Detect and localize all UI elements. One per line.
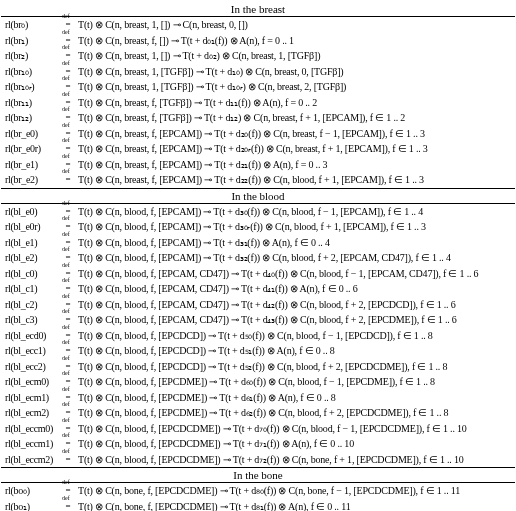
rule-expression: T(t) ⊗ C(n, breast, 1, []) ⊸ C(n, breast… xyxy=(78,18,248,32)
rule-row: rl(br₁₁)=T(t) ⊗ C(n, breast, f, [TGFβ]) … xyxy=(1,95,515,111)
rule-row: rl(bo₁)=T(t) ⊗ C(n, bone, f, [EPCDCDME])… xyxy=(1,499,515,512)
rule-label: rl(br_e2) xyxy=(5,173,61,187)
rule-body: =T(t) ⊗ C(n, blood, f, [EPCDME]) ⊸ T(t +… xyxy=(61,375,515,389)
rule-label: rl(bl_ecc1) xyxy=(5,344,61,358)
rule-body: =T(t) ⊗ C(n, blood, f, [EPCAM, CD47]) ⊸ … xyxy=(61,313,515,327)
rule-label: rl(br_e0r) xyxy=(5,142,61,156)
rule-body: =T(t) ⊗ C(n, breast, f, [TGFβ]) ⊸ T(t + … xyxy=(61,111,515,125)
rule-expression: T(t) ⊗ C(n, bone, f, [EPCDCDME]) ⊸ T(t +… xyxy=(78,500,350,512)
rule-label: rl(br_e1) xyxy=(5,158,61,172)
rule-row: rl(bl_e0r)=T(t) ⊗ C(n, blood, f, [EPCAM]… xyxy=(1,219,515,235)
rule-body: =T(t) ⊗ C(n, blood, f, [EPCAM, CD47]) ⊸ … xyxy=(61,267,515,281)
rule-body: =T(t) ⊗ C(n, blood, f, [EPCAM, CD47]) ⊸ … xyxy=(61,282,515,296)
rule-expression: T(t) ⊗ C(n, blood, f, [EPCAM, CD47]) ⊸ T… xyxy=(78,298,456,312)
rule-label: rl(bl_eccm2) xyxy=(5,453,61,467)
rule-expression: T(t) ⊗ C(n, blood, f, [EPCAM]) ⊸ T(t + d… xyxy=(78,220,426,234)
rule-expression: T(t) ⊗ C(n, breast, 1, [TGFβ]) ⊸ T(t + d… xyxy=(78,80,346,94)
rule-label: rl(br₁) xyxy=(5,34,61,48)
rule-expression: T(t) ⊗ C(n, breast, f, [EPCAM]) ⊸ T(t + … xyxy=(78,158,327,172)
rule-row: rl(bl_ecm2)=T(t) ⊗ C(n, blood, f, [EPCDM… xyxy=(1,405,515,421)
rule-expression: T(t) ⊗ C(n, breast, f, [TGFβ]) ⊸ T(t + d… xyxy=(78,96,317,110)
rule-expression: T(t) ⊗ C(n, blood, f, [EPCDCDME]) ⊸ T(t … xyxy=(78,453,463,467)
rules-table: In the breastrl(br₀)=T(t) ⊗ C(n, breast,… xyxy=(1,2,515,511)
rule-row: rl(bl_eccm1)=T(t) ⊗ C(n, blood, f, [EPCD… xyxy=(1,436,515,452)
rule-expression: T(t) ⊗ C(n, blood, f, [EPCDCD]) ⊸ T(t + … xyxy=(78,329,433,343)
def-eq-symbol: = xyxy=(61,500,75,512)
rule-label: rl(br₁₀) xyxy=(5,65,61,79)
rule-row: rl(bl_c3)=T(t) ⊗ C(n, blood, f, [EPCAM, … xyxy=(1,312,515,328)
rule-label: rl(bl_c2) xyxy=(5,298,61,312)
rule-body: =T(t) ⊗ C(n, blood, f, [EPCDCDME]) ⊸ T(t… xyxy=(61,437,515,451)
rule-body: =T(t) ⊗ C(n, breast, 1, []) ⊸ T(t + d₀₂)… xyxy=(61,49,515,63)
rule-row: rl(bl_eccm2)=T(t) ⊗ C(n, blood, f, [EPCD… xyxy=(1,452,515,468)
def-eq-symbol: = xyxy=(61,453,75,465)
rule-row: rl(bl_ecm1)=T(t) ⊗ C(n, blood, f, [EPCDM… xyxy=(1,390,515,406)
rule-row: rl(bl_ecc1)=T(t) ⊗ C(n, blood, f, [EPCDC… xyxy=(1,343,515,359)
rule-body: =T(t) ⊗ C(n, bone, f, [EPCDCDME]) ⊸ T(t … xyxy=(61,484,515,498)
rule-label: rl(bl_ecc2) xyxy=(5,360,61,374)
rule-row: rl(bl_ecd0)=T(t) ⊗ C(n, blood, f, [EPCDC… xyxy=(1,328,515,344)
rule-label: rl(bl_e2) xyxy=(5,251,61,265)
rule-body: =T(t) ⊗ C(n, blood, f, [EPCDME]) ⊸ T(t +… xyxy=(61,406,515,420)
rule-expression: T(t) ⊗ C(n, blood, f, [EPCAM]) ⊸ T(t + d… xyxy=(78,251,451,265)
rule-label: rl(bl_ecm0) xyxy=(5,375,61,389)
rule-body: =T(t) ⊗ C(n, blood, f, [EPCDCDME]) ⊸ T(t… xyxy=(61,422,515,436)
rule-body: =T(t) ⊗ C(n, bone, f, [EPCDCDME]) ⊸ T(t … xyxy=(61,500,515,512)
rule-row: rl(br_e1)=T(t) ⊗ C(n, breast, f, [EPCAM]… xyxy=(1,157,515,173)
rule-body: =T(t) ⊗ C(n, blood, f, [EPCAM]) ⊸ T(t + … xyxy=(61,205,515,219)
rule-row: rl(br₁)=T(t) ⊗ C(n, breast, f, []) ⊸ T(t… xyxy=(1,33,515,49)
rule-row: rl(br_e0r)=T(t) ⊗ C(n, breast, f, [EPCAM… xyxy=(1,141,515,157)
rule-label: rl(bo₁) xyxy=(5,500,61,512)
rule-label: rl(br₁₂) xyxy=(5,111,61,125)
rule-expression: T(t) ⊗ C(n, breast, 1, []) ⊸ T(t + d₀₂) … xyxy=(78,49,320,63)
rule-expression: T(t) ⊗ C(n, blood, f, [EPCDCD]) ⊸ T(t + … xyxy=(78,360,447,374)
rule-body: =T(t) ⊗ C(n, blood, f, [EPCAM]) ⊸ T(t + … xyxy=(61,220,515,234)
rule-expression: T(t) ⊗ C(n, blood, f, [EPCAM]) ⊸ T(t + d… xyxy=(78,205,423,219)
rule-label: rl(bl_ecm1) xyxy=(5,391,61,405)
rule-label: rl(bl_ecd0) xyxy=(5,329,61,343)
rule-expression: T(t) ⊗ C(n, breast, f, [EPCAM]) ⊸ T(t + … xyxy=(78,173,424,187)
rule-row: rl(br₀)=T(t) ⊗ C(n, breast, 1, []) ⊸ C(n… xyxy=(1,17,515,33)
rule-row: rl(br₁₀)=T(t) ⊗ C(n, breast, 1, [TGFβ]) … xyxy=(1,64,515,80)
rule-label: rl(br₀) xyxy=(5,18,61,32)
rule-expression: T(t) ⊗ C(n, blood, f, [EPCDCDME]) ⊸ T(t … xyxy=(78,437,354,451)
rule-label: rl(bo₀) xyxy=(5,484,61,498)
rule-label: rl(br_e0) xyxy=(5,127,61,141)
rule-label: rl(bl_e0) xyxy=(5,205,61,219)
rule-label: rl(bl_ecm2) xyxy=(5,406,61,420)
rule-row: rl(bl_ecc2)=T(t) ⊗ C(n, blood, f, [EPCDC… xyxy=(1,359,515,375)
rule-body: =T(t) ⊗ C(n, breast, f, [EPCAM]) ⊸ T(t +… xyxy=(61,142,515,156)
rule-expression: T(t) ⊗ C(n, breast, f, []) ⊸ T(t + d₀₁(f… xyxy=(78,34,294,48)
rule-expression: T(t) ⊗ C(n, blood, f, [EPCAM, CD47]) ⊸ T… xyxy=(78,267,478,281)
rule-row: rl(bl_c2)=T(t) ⊗ C(n, blood, f, [EPCAM, … xyxy=(1,297,515,313)
rule-expression: T(t) ⊗ C(n, blood, f, [EPCAM, CD47]) ⊸ T… xyxy=(78,282,357,296)
rule-body: =T(t) ⊗ C(n, blood, f, [EPCDCD]) ⊸ T(t +… xyxy=(61,329,515,343)
section-header: In the blood xyxy=(1,188,515,204)
rule-label: rl(br₁₁) xyxy=(5,96,61,110)
rule-label: rl(bl_c0) xyxy=(5,267,61,281)
rule-body: =T(t) ⊗ C(n, breast, 1, [TGFβ]) ⊸ T(t + … xyxy=(61,80,515,94)
rule-row: rl(br₁₂)=T(t) ⊗ C(n, breast, f, [TGFβ]) … xyxy=(1,110,515,126)
rule-body: =T(t) ⊗ C(n, blood, f, [EPCDME]) ⊸ T(t +… xyxy=(61,391,515,405)
rule-expression: T(t) ⊗ C(n, bone, f, [EPCDCDME]) ⊸ T(t +… xyxy=(78,484,460,498)
def-eq-symbol: = xyxy=(61,173,75,185)
rule-body: =T(t) ⊗ C(n, breast, 1, []) ⊸ C(n, breas… xyxy=(61,18,515,32)
rule-expression: T(t) ⊗ C(n, blood, f, [EPCDME]) ⊸ T(t + … xyxy=(78,375,435,389)
rule-row: rl(bl_e1)=T(t) ⊗ C(n, blood, f, [EPCAM])… xyxy=(1,235,515,251)
rule-row: rl(bl_c1)=T(t) ⊗ C(n, blood, f, [EPCAM, … xyxy=(1,281,515,297)
rule-row: rl(bl_e0)=T(t) ⊗ C(n, blood, f, [EPCAM])… xyxy=(1,204,515,220)
section-header: In the breast xyxy=(1,2,515,17)
rule-row: rl(br_e2)=T(t) ⊗ C(n, breast, f, [EPCAM]… xyxy=(1,172,515,188)
rule-expression: T(t) ⊗ C(n, breast, f, [EPCAM]) ⊸ T(t + … xyxy=(78,142,428,156)
rule-row: rl(bl_ecm0)=T(t) ⊗ C(n, blood, f, [EPCDM… xyxy=(1,374,515,390)
rule-body: =T(t) ⊗ C(n, blood, f, [EPCAM]) ⊸ T(t + … xyxy=(61,251,515,265)
rule-body: =T(t) ⊗ C(n, blood, f, [EPCAM]) ⊸ T(t + … xyxy=(61,236,515,250)
rule-row: rl(bl_eccm0)=T(t) ⊗ C(n, blood, f, [EPCD… xyxy=(1,421,515,437)
rule-body: =T(t) ⊗ C(n, breast, f, [EPCAM]) ⊸ T(t +… xyxy=(61,173,515,187)
rule-label: rl(bl_e1) xyxy=(5,236,61,250)
rule-body: =T(t) ⊗ C(n, blood, f, [EPCAM, CD47]) ⊸ … xyxy=(61,298,515,312)
rule-body: =T(t) ⊗ C(n, breast, f, [EPCAM]) ⊸ T(t +… xyxy=(61,127,515,141)
rule-label: rl(bl_c3) xyxy=(5,313,61,327)
rule-body: =T(t) ⊗ C(n, breast, f, [EPCAM]) ⊸ T(t +… xyxy=(61,158,515,172)
rule-label: rl(bl_c1) xyxy=(5,282,61,296)
